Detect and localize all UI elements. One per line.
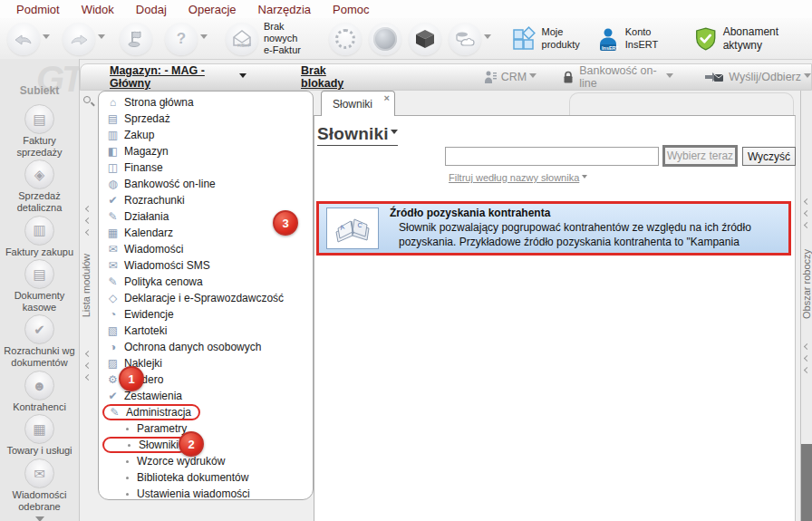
dictionary-item-description: Słownik pozwalający pogrupować kontrahen… xyxy=(390,221,807,249)
menu-item[interactable]: Narzędzia xyxy=(247,1,323,18)
bullet-icon xyxy=(128,444,130,447)
sidebar-shortcut[interactable]: ✔ Rozrachunki wg dokumentów xyxy=(1,314,79,368)
app-brand: Subiekt xyxy=(0,84,79,97)
cloud-caret-icon[interactable] xyxy=(484,34,491,43)
module-list-item[interactable]: ◧ Magazyn xyxy=(99,143,313,159)
magazyn-caret-icon[interactable] xyxy=(239,73,246,82)
konto-insert-button[interactable]: InsERT Konto InsERT xyxy=(596,26,658,52)
module-list-item[interactable]: ▥ Zakup xyxy=(99,127,313,143)
ksef-efaktury-icon: KSeF xyxy=(231,28,253,50)
wybierz-teraz-button[interactable]: Wybierz teraz xyxy=(662,145,738,167)
module-list-item[interactable]: ▤ Sprzedaż xyxy=(99,111,313,127)
workspace-scroll-block xyxy=(801,444,812,521)
moje-produkty-button[interactable]: Moje produkty xyxy=(511,26,580,52)
module-list-item[interactable]: ✉ Wiadomości xyxy=(99,241,313,257)
module-list-item[interactable]: ◇ Deklaracje i e-Sprawozdawczość xyxy=(99,290,313,306)
menu-item[interactable]: Operacje xyxy=(178,1,247,18)
products-grid-icon xyxy=(511,26,536,52)
bankowosc-button[interactable]: Bankowość on-line xyxy=(562,64,673,90)
home-icon: ⌂ xyxy=(106,96,120,109)
konto-insert-label: Konto InsERT xyxy=(625,26,658,50)
module-list-item[interactable]: Wzorce wydruków xyxy=(99,453,313,469)
page-title[interactable]: Słowniki xyxy=(317,124,398,146)
cloud-services-button[interactable] xyxy=(449,23,481,55)
menu-item[interactable]: Widok xyxy=(71,1,125,18)
tab-slowniki[interactable]: Słowniki × xyxy=(321,91,395,116)
wyslij-odbierz-button[interactable]: Wyślij/Odbierz xyxy=(704,71,811,84)
workspace-strip-label: Obszar roboczy xyxy=(801,249,812,319)
sidebar-shortcut[interactable]: ✉ Wiadomości odebrane xyxy=(1,458,79,512)
magazyn-selector[interactable]: Magazyn: - MAG - Główny xyxy=(110,64,237,90)
sidebar-shortcut[interactable]: ▤ Dokumenty kasowe xyxy=(1,259,79,313)
filter-link[interactable]: Filtruj według nazwy słownika xyxy=(449,172,587,183)
module-list-item[interactable]: Parametry xyxy=(99,420,313,437)
sidebar-shortcut[interactable]: ☻ Kontrahenci xyxy=(1,371,79,413)
finance-icon: ◫ xyxy=(106,161,120,174)
vendero-icon: ⚙ xyxy=(106,373,120,386)
menu-item[interactable]: Podmiot xyxy=(5,1,71,18)
dictionary-list-item[interactable]: A C Źródło pozyskania kontrahenta Słowni… xyxy=(316,201,791,256)
globe-icon xyxy=(373,27,397,51)
retail-sales-icon: ◈ xyxy=(34,167,45,183)
crm-button[interactable]: CRM xyxy=(484,70,536,84)
module-list-item[interactable]: Słowniki 2 xyxy=(99,437,313,453)
cube-icon xyxy=(413,27,437,51)
forward-button[interactable] xyxy=(63,23,95,55)
abonament-button[interactable]: Abonament aktywny xyxy=(694,25,812,53)
menu-item[interactable]: Pomoc xyxy=(322,1,380,18)
module-list-item[interactable]: ⌂ Strona główna xyxy=(99,94,313,111)
module-list-item[interactable]: ✎ Administracja xyxy=(99,404,313,420)
status-bar: Magazyn: - MAG - Główny Brak blokady CRM… xyxy=(80,63,812,91)
module-list-item[interactable]: Biblioteka dokumentów xyxy=(99,469,313,486)
module-list-item[interactable]: ◍ Bankowość on-line xyxy=(99,176,313,192)
module-list-item[interactable]: ✎ Polityka cenowa xyxy=(99,274,313,290)
wyczysc-button[interactable]: Wyczyść xyxy=(742,147,796,166)
sidebar-shortcut[interactable]: ▦ Towary i usługi xyxy=(1,414,79,457)
collapse-chevrons-top[interactable] xyxy=(86,207,91,235)
module-list-item[interactable]: Ustawienia wiadomości xyxy=(99,486,313,502)
cube-button[interactable] xyxy=(409,23,441,55)
help-button[interactable]: ? xyxy=(165,23,198,55)
collapse-chevrons-bottom[interactable] xyxy=(86,352,91,380)
bullet-icon xyxy=(126,477,129,479)
module-list-item[interactable]: ◫ Finanse xyxy=(99,159,313,176)
sidebar-shortcut[interactable]: ▥ Faktury zakupu xyxy=(1,216,79,258)
sync-button[interactable] xyxy=(329,23,362,55)
back-button[interactable] xyxy=(7,23,40,55)
bullet-icon xyxy=(126,428,129,430)
mail-icon: ✉ xyxy=(106,243,120,256)
sidebar-shortcut[interactable]: ▤ Faktury sprzedaży xyxy=(1,104,79,158)
close-icon[interactable]: × xyxy=(384,92,390,103)
cloud-services-icon xyxy=(453,27,477,51)
search-input[interactable] xyxy=(445,147,659,166)
module-list-item[interactable]: ◑ Ochrona danych osobowych xyxy=(99,339,313,355)
forward-caret-icon[interactable] xyxy=(98,34,105,43)
settlements-icon: ✔ xyxy=(106,194,120,207)
workspace-strip[interactable]: Obszar roboczy xyxy=(800,91,812,521)
module-list-item[interactable]: ⚙ vendero 1 xyxy=(99,371,313,388)
bullet-icon xyxy=(126,460,129,463)
sidebar-shortcut[interactable]: ◈ Sprzedaż detaliczna xyxy=(1,159,79,213)
brak-blokady-link[interactable]: Brak blokady xyxy=(301,64,366,90)
menu-item[interactable]: Dodaj xyxy=(125,1,178,18)
back-caret-icon[interactable] xyxy=(43,34,50,43)
bank-caret-icon xyxy=(666,73,673,82)
sidebar-more-icon[interactable] xyxy=(35,516,44,521)
pin-icon[interactable] xyxy=(83,96,91,103)
send-receive-icon xyxy=(704,71,724,84)
abonament-label: Abonament aktywny xyxy=(723,25,812,52)
globe-button[interactable] xyxy=(369,23,401,55)
svg-text:KSeF: KSeF xyxy=(237,43,251,48)
module-list-item[interactable]: ▧ Kartoteki xyxy=(99,323,313,339)
menu-bar: PodmiotWidokDodajOperacjeNarzędziaPomoc xyxy=(0,0,812,18)
tab-strip: Słowniki × xyxy=(314,91,796,116)
ksef-button[interactable]: KSeF xyxy=(226,23,258,55)
filter-caret-icon xyxy=(582,175,587,181)
efaktury-status-label: Brak nowych e-Faktur xyxy=(264,21,316,57)
module-list-item[interactable]: ✔ Rozrachunki xyxy=(99,192,313,208)
help-caret-icon[interactable] xyxy=(200,34,208,43)
module-list-item[interactable]: ◔ Ewidencje xyxy=(99,306,313,323)
sales-invoices-icon: ▤ xyxy=(33,111,45,128)
flag-button[interactable] xyxy=(120,23,152,55)
module-list-item[interactable]: ✉ Wiadomości SMS xyxy=(99,257,313,274)
